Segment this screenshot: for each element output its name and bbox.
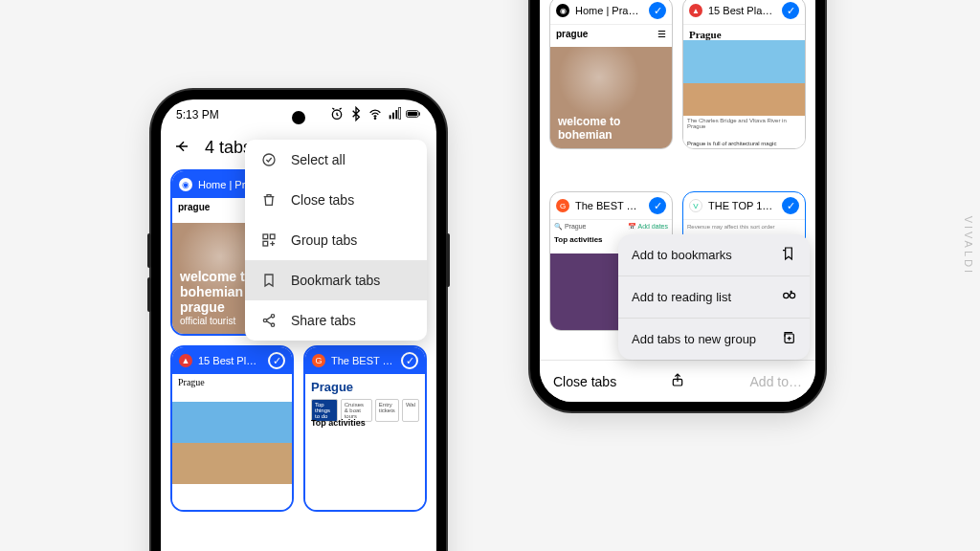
preview-title: Prague <box>683 25 805 40</box>
trash-icon <box>260 192 278 208</box>
status-time: 5:13 PM <box>176 108 219 121</box>
reading-list-icon <box>781 288 796 306</box>
menu-group-tabs[interactable]: Group tabs <box>245 220 427 260</box>
preview-caption: The Charles Bridge and Vltava River in P… <box>687 118 805 129</box>
menu-close-tabs[interactable]: Close tabs <box>245 180 427 220</box>
tab-title: Home | Pragu… <box>575 5 643 16</box>
tab-preview: Prague Top things to do Cruises & boat t… <box>305 374 425 512</box>
preview-brand: prague <box>556 29 588 39</box>
tab-title: The BEST Prag <box>331 355 395 366</box>
tab-title: 15 Best Place… <box>708 5 776 16</box>
menu-select-all[interactable]: Select all <box>245 140 427 180</box>
svg-point-1 <box>374 118 375 119</box>
bottom-toolbar: Close tabs Add to… <box>540 360 815 402</box>
menu-label: Group tabs <box>291 232 357 248</box>
add-to-button[interactable]: Add to… <box>750 374 802 389</box>
favicon-icon: ◉ <box>179 178 192 191</box>
menu-label: Close tabs <box>291 192 354 208</box>
svg-rect-11 <box>270 234 275 239</box>
tab-title: THE TOP 10 P… <box>708 200 776 211</box>
preview-search: 🔍 Prague <box>554 223 587 231</box>
close-tabs-button[interactable]: Close tabs <box>553 374 616 389</box>
popup-add-bookmarks[interactable]: Add to bookmarks <box>618 234 810 276</box>
checkmark-icon[interactable]: ✓ <box>782 197 799 214</box>
svg-rect-8 <box>408 111 417 116</box>
preview-dates: 📅 Add dates <box>628 223 668 231</box>
preview-section: Top activities <box>311 418 366 428</box>
preview-title: Prague <box>311 380 353 394</box>
vivaldi-watermark: VIVALDI <box>963 216 974 276</box>
favicon-icon: ◉ <box>556 4 569 17</box>
preview-section: Top activities <box>554 235 603 244</box>
tabs-context-menu: Select all Close tabs Group tabs Bookmar… <box>245 140 427 341</box>
favicon-icon: ▲ <box>689 4 702 17</box>
preview-note: Revenue may affect this sort order <box>687 224 775 230</box>
svg-point-9 <box>263 154 275 165</box>
checkmark-icon[interactable]: ✓ <box>649 197 666 214</box>
checkmark-icon[interactable]: ✓ <box>401 352 418 369</box>
menu-bookmark-tabs[interactable]: Bookmark tabs <box>245 260 427 300</box>
share-icon[interactable] <box>670 372 685 390</box>
svg-point-16 <box>784 293 789 298</box>
check-circle-icon <box>260 152 278 167</box>
menu-label: Share tabs <box>291 313 356 328</box>
new-group-icon <box>781 330 796 348</box>
alarm-icon <box>329 106 345 124</box>
svg-rect-2 <box>390 115 391 119</box>
favicon-icon: G <box>556 199 569 212</box>
favicon-icon: ▲ <box>179 354 192 367</box>
favicon-icon: G <box>312 354 325 367</box>
favicon-icon: V <box>689 199 702 212</box>
svg-rect-5 <box>399 107 401 119</box>
tab-preview: Prague <box>172 374 292 512</box>
preview-title: Prague <box>178 377 205 387</box>
bookmark-icon <box>260 273 278 288</box>
android-phone-frame: 5:13 PM <box>151 90 446 551</box>
menu-share-tabs[interactable]: Share tabs <box>245 300 427 341</box>
signal-icon <box>387 106 402 124</box>
preview-hero-text: welcome to bohemian <box>558 116 620 143</box>
tab-title: 15 Best Places <box>198 355 262 366</box>
tab-card[interactable]: ◉ Home | Pragu… ✓ prague ☰ welcome to bo… <box>549 0 673 149</box>
preview-caption: Prague is full of architectural magic <box>687 141 776 146</box>
hamburger-icon: ☰ <box>657 29 666 39</box>
camera-notch <box>292 111 305 124</box>
popup-label: Add tabs to new group <box>632 332 756 346</box>
tab-preview: prague ☰ welcome to bohemian <box>550 25 672 148</box>
grid-add-icon <box>260 232 278 248</box>
tab-preview: The Charles Bridge and Vltava River in P… <box>683 40 805 148</box>
wifi-icon <box>368 106 383 124</box>
checkmark-icon[interactable]: ✓ <box>782 2 799 19</box>
svg-rect-7 <box>419 112 420 115</box>
svg-rect-12 <box>263 241 268 246</box>
back-icon[interactable] <box>174 139 189 158</box>
checkmark-icon[interactable]: ✓ <box>649 2 666 19</box>
tab-card[interactable]: ▲ 15 Best Place… ✓ Prague The Charles Br… <box>682 0 806 149</box>
ios-phone-frame: Adults2 Children0 Rooms1 ◉ Home | Pragu…… <box>530 0 825 411</box>
checkmark-icon[interactable]: ✓ <box>268 352 285 369</box>
popup-label: Add to reading list <box>632 290 731 304</box>
bluetooth-icon <box>348 106 364 124</box>
tab-card[interactable]: ▲ 15 Best Places ✓ Prague <box>170 345 294 512</box>
tab-card[interactable]: G The BEST Prag ✓ Prague Top things to d… <box>303 345 427 512</box>
menu-label: Bookmark tabs <box>291 273 380 288</box>
tab-title: The BEST Pra… <box>575 200 643 211</box>
svg-point-17 <box>790 293 794 298</box>
popup-label: Add to bookmarks <box>632 248 732 262</box>
bookmark-add-icon <box>781 246 796 264</box>
share-icon <box>260 313 278 328</box>
svg-rect-4 <box>395 110 397 119</box>
add-to-popup: Add to bookmarks Add to reading list Add… <box>618 234 810 360</box>
svg-rect-10 <box>263 234 268 239</box>
popup-add-new-group[interactable]: Add tabs to new group <box>618 318 810 360</box>
svg-rect-3 <box>392 112 394 119</box>
preview-hero-text: welcome to bohemian prague official tour… <box>180 269 253 326</box>
menu-label: Select all <box>291 152 345 167</box>
preview-brand: prague <box>178 202 210 212</box>
popup-add-reading-list[interactable]: Add to reading list <box>618 276 810 318</box>
battery-icon <box>406 106 421 124</box>
